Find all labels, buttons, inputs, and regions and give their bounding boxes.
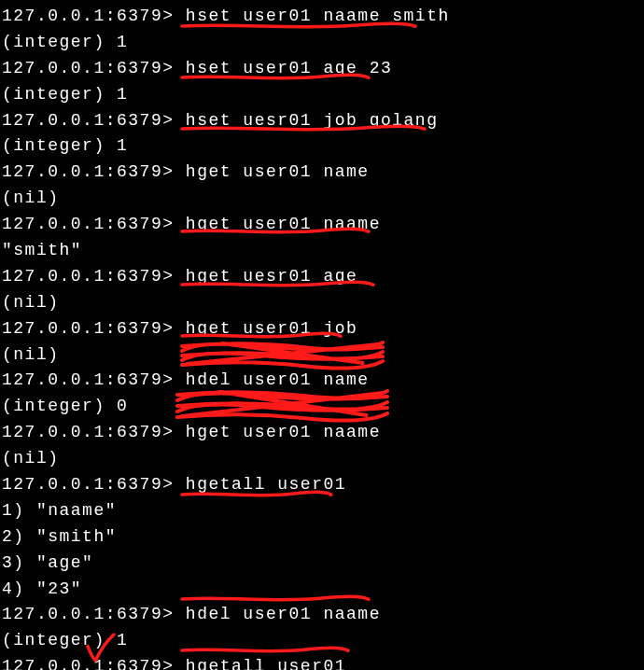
command-text: hget user01 name: [175, 162, 370, 181]
prompt: 127.0.0.1:6379>: [2, 267, 175, 286]
prompt: 127.0.0.1:6379>: [2, 475, 175, 494]
terminal-command-line: 127.0.0.1:6379> hdel user01 naame: [2, 602, 642, 628]
terminal-command-line: 127.0.0.1:6379> hset uesr01 job golang: [2, 108, 642, 134]
terminal-output-line: 2) "smith": [2, 524, 642, 551]
prompt: 127.0.0.1:6379>: [2, 605, 175, 623]
terminal-command-line: 127.0.0.1:6379> hget user01 job: [2, 316, 642, 342]
prompt: 127.0.0.1:6379>: [2, 319, 175, 338]
terminal-output-line: (nil): [2, 186, 642, 212]
terminal-command-line: 127.0.0.1:6379> hgetall user01: [2, 472, 642, 498]
terminal-command-line: 127.0.0.1:6379> hgetall user01: [2, 654, 642, 670]
prompt: 127.0.0.1:6379>: [2, 215, 175, 233]
terminal-command-line: 127.0.0.1:6379> hset user01 naame smith: [2, 4, 642, 30]
prompt: 127.0.0.1:6379>: [2, 111, 175, 130]
command-text: hdel user01 naame: [175, 605, 381, 623]
terminal-output-line: (nil): [2, 290, 642, 316]
terminal-output-line: "smith": [2, 238, 642, 264]
prompt: 127.0.0.1:6379>: [2, 657, 175, 670]
prompt: 127.0.0.1:6379>: [2, 423, 175, 441]
command-text: hset user01 naame smith: [175, 7, 450, 25]
terminal-command-line: 127.0.0.1:6379> hget user01 naame: [2, 212, 642, 238]
prompt: 127.0.0.1:6379>: [2, 370, 175, 389]
command-text: hset user01 age 23: [175, 59, 393, 77]
terminal-command-line: 127.0.0.1:6379> hdel user01 name: [2, 368, 642, 394]
prompt: 127.0.0.1:6379>: [2, 162, 175, 181]
terminal-output-line: 1) "naame": [2, 498, 642, 524]
command-text: hget uesr01 age: [175, 267, 358, 286]
command-text: hset uesr01 job golang: [175, 111, 439, 130]
command-text: hgetall user01: [175, 475, 347, 494]
terminal-output-line: (integer) 1: [2, 133, 642, 160]
command-text: hget user01 naame: [175, 423, 381, 441]
terminal-output-line: (integer) 0: [2, 394, 642, 420]
terminal-output-line: (nil): [2, 446, 642, 472]
terminal-command-line: 127.0.0.1:6379> hget user01 naame: [2, 420, 642, 446]
terminal-output-line: 4) "23": [2, 577, 642, 603]
terminal-output-line: (integer) 1: [2, 82, 642, 108]
terminal-command-line: 127.0.0.1:6379> hget uesr01 age: [2, 264, 642, 290]
terminal-output-line: 3) "age": [2, 551, 642, 577]
terminal-output-line: (integer) 1: [2, 628, 642, 654]
terminal-output-line: (integer) 1: [2, 30, 642, 56]
terminal-output-line: (nil): [2, 342, 642, 369]
terminal-command-line: 127.0.0.1:6379> hget user01 name: [2, 160, 642, 186]
command-text: hget user01 job: [175, 319, 358, 338]
terminal-output: 127.0.0.1:6379> hset user01 naame smith(…: [2, 4, 642, 670]
command-text: hget user01 naame: [175, 215, 381, 233]
command-text: hgetall user01: [175, 657, 347, 670]
command-text: hdel user01 name: [175, 370, 370, 389]
terminal-command-line: 127.0.0.1:6379> hset user01 age 23: [2, 56, 642, 82]
prompt: 127.0.0.1:6379>: [2, 59, 175, 77]
prompt: 127.0.0.1:6379>: [2, 7, 175, 25]
